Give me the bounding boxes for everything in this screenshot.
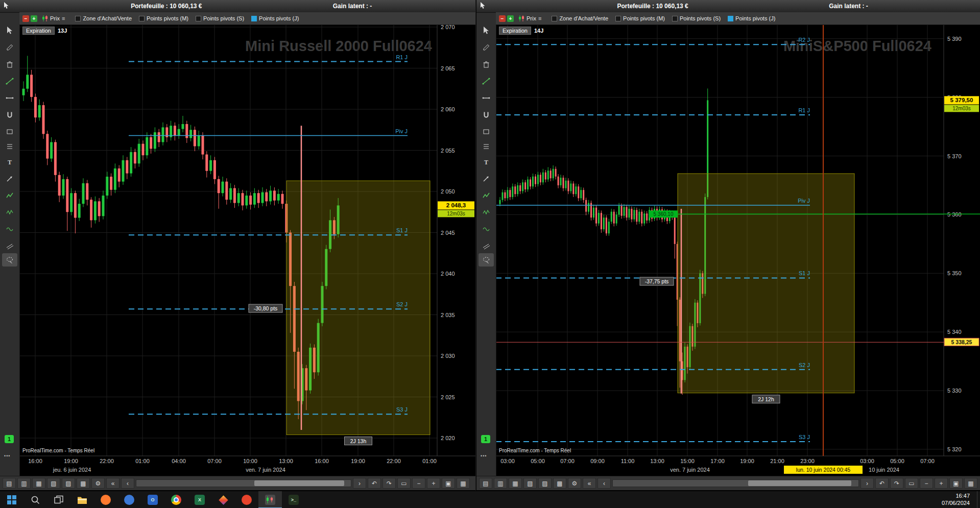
show-desktop-button[interactable] <box>977 491 980 508</box>
magnet-tool[interactable] <box>2 108 17 122</box>
windows-button[interactable]: ▦ <box>32 478 45 489</box>
sell-button[interactable]: − <box>22 15 29 22</box>
checkbox-box[interactable] <box>251 16 257 21</box>
rectangle-tool[interactable] <box>2 125 17 138</box>
indicator-tool-2[interactable] <box>479 223 494 236</box>
terminal-icon[interactable]: >_ <box>282 491 305 508</box>
chart-options-button[interactable]: ▤ <box>3 478 16 489</box>
fibonacci-tool[interactable] <box>2 140 17 153</box>
zoom-out-button[interactable]: − <box>412 478 425 489</box>
sell-button[interactable]: − <box>499 15 506 22</box>
trendline-tool[interactable] <box>2 75 17 88</box>
scroll-right-button[interactable]: › <box>861 478 874 489</box>
table-button[interactable]: ▩ <box>553 478 566 489</box>
scrollbar-thumb[interactable] <box>748 480 851 486</box>
zoom-in-button[interactable]: + <box>427 478 440 489</box>
prorealtime-icon[interactable] <box>258 491 282 508</box>
firefox-icon[interactable] <box>94 491 117 508</box>
chart-area[interactable]: 2 0702 0652 0602 0552 0502 0452 0402 035… <box>19 25 475 476</box>
windows-button[interactable]: ▦ <box>509 478 522 489</box>
checkbox-points-pivots-j[interactable]: Points pivots (J) <box>728 15 775 21</box>
delete-tool[interactable] <box>479 58 494 71</box>
indicator-tool-2[interactable] <box>2 223 17 236</box>
delete-tool[interactable] <box>2 58 17 71</box>
scroll-right-button[interactable]: › <box>353 478 366 489</box>
more-tools-button[interactable]: ••• <box>4 453 10 458</box>
workspace-badge[interactable]: 1 <box>5 435 14 443</box>
price-series-button[interactable]: Prix ≡ <box>42 15 65 21</box>
checkbox-box[interactable] <box>139 16 145 21</box>
views-button[interactable]: ▥ <box>494 478 507 489</box>
checkbox-box[interactable] <box>75 16 81 21</box>
taskbar-clock[interactable]: 16:47 07/06/2024 <box>942 493 977 507</box>
checkbox-box[interactable] <box>672 16 678 21</box>
text-tool[interactable]: T <box>479 155 494 168</box>
magnet-tool[interactable] <box>479 108 494 122</box>
zoom-fit-button[interactable]: ▣ <box>442 478 455 489</box>
collapse-button[interactable]: « <box>106 478 119 489</box>
zoom-preset-button[interactable]: ▭ <box>905 478 918 489</box>
price-menu-icon[interactable]: ≡ <box>538 15 541 21</box>
cursor-tool[interactable] <box>2 23 17 37</box>
checkbox-box[interactable] <box>552 16 557 21</box>
chrome-icon[interactable] <box>164 491 188 508</box>
indicator-tool-1[interactable] <box>2 206 17 219</box>
checkbox-box[interactable] <box>196 16 201 21</box>
chart-area[interactable]: 5 3905 3805 3705 3605 3505 3405 3305 320… <box>496 25 980 476</box>
checkbox-zone-d-achat-vente[interactable]: Zone d'Achat/Vente <box>75 15 132 21</box>
lasso-tool[interactable] <box>2 253 17 267</box>
redo-button[interactable]: ↷ <box>383 478 396 489</box>
checkbox-points-pivots-s[interactable]: Points pivots (S) <box>196 15 244 21</box>
excel-icon[interactable]: X <box>188 491 211 508</box>
screens-button[interactable]: ▧ <box>523 478 537 489</box>
chart-svg[interactable]: 2 0702 0652 0602 0552 0502 0452 0402 035… <box>19 25 475 476</box>
outlook-icon[interactable]: O <box>141 491 164 508</box>
checkbox-points-pivots-m[interactable]: Points pivots (M) <box>139 15 188 21</box>
text-tool[interactable]: T <box>2 155 17 168</box>
channel-tool[interactable] <box>479 239 494 253</box>
cursor-tool[interactable] <box>479 23 494 37</box>
selection-zone[interactable] <box>286 181 430 434</box>
views-button[interactable]: ▥ <box>17 478 31 489</box>
more-tools-button[interactable]: ••• <box>481 453 487 458</box>
arrow-tool[interactable] <box>2 172 17 185</box>
start-button[interactable] <box>0 491 23 508</box>
search-button[interactable] <box>23 491 47 508</box>
collapse-button[interactable]: « <box>583 478 596 489</box>
file-explorer-icon[interactable] <box>70 491 94 508</box>
scroll-left-button[interactable]: ‹ <box>121 478 134 489</box>
workspace-badge[interactable]: 1 <box>481 435 490 443</box>
time-scrollbar[interactable] <box>136 479 351 487</box>
zigzag-tool[interactable] <box>479 189 494 202</box>
price-series-button[interactable]: Prix ≡ <box>518 15 541 21</box>
pencil-tool[interactable] <box>2 41 17 54</box>
chart-svg[interactable]: 5 3905 3805 3705 3605 3505 3405 3305 320… <box>496 25 980 476</box>
checkbox-box[interactable] <box>728 16 733 21</box>
rectangle-tool[interactable] <box>479 125 494 138</box>
lasso-tool[interactable] <box>479 253 494 267</box>
zoom-fit-button[interactable]: ▣ <box>949 478 963 489</box>
zoom-preset-button[interactable]: ▭ <box>397 478 411 489</box>
undo-button[interactable]: ↶ <box>368 478 381 489</box>
arrow-tool[interactable] <box>479 172 494 185</box>
scroll-left-button[interactable]: ‹ <box>597 478 611 489</box>
zoom-in-button[interactable]: + <box>935 478 948 489</box>
settings-button[interactable]: ⚙ <box>568 478 581 489</box>
price-menu-icon[interactable]: ≡ <box>62 15 65 21</box>
trendline-tool[interactable] <box>479 75 494 88</box>
edge-icon[interactable] <box>117 491 141 508</box>
scrollbar-thumb[interactable] <box>254 480 344 486</box>
horizontal-line-tool[interactable] <box>2 91 17 105</box>
checkbox-points-pivots-s[interactable]: Points pivots (S) <box>672 15 721 21</box>
horizontal-line-tool[interactable] <box>479 91 494 105</box>
checkbox-zone-d-achat-vente[interactable]: Zone d'Achat/Vente <box>552 15 608 21</box>
checkbox-points-pivots-m[interactable]: Points pivots (M) <box>615 15 665 21</box>
undo-button[interactable]: ↶ <box>875 478 889 489</box>
keyboard-button[interactable]: ▦ <box>457 478 470 489</box>
opera-icon[interactable] <box>235 491 258 508</box>
keyboard-button[interactable]: ▦ <box>964 478 977 489</box>
grid-button[interactable]: ▨ <box>62 478 75 489</box>
grid-button[interactable]: ▨ <box>538 478 552 489</box>
zigzag-tool[interactable] <box>2 189 17 202</box>
buy-button[interactable]: + <box>31 15 37 22</box>
